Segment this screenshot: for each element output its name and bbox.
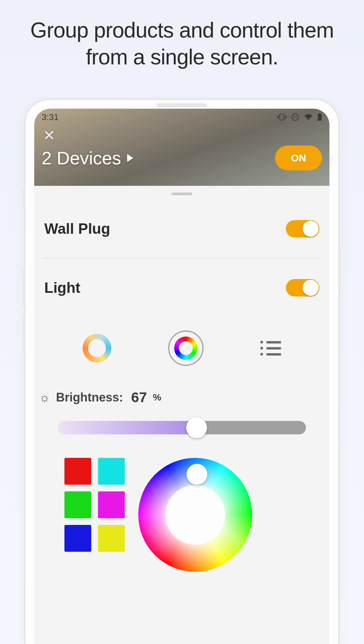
scenes-list-button[interactable] [260,341,281,356]
status-icons [277,113,322,121]
earpiece [157,103,207,107]
svg-rect-7 [318,114,322,121]
brightness-value: 67 [131,389,147,406]
dnd-icon [291,113,299,121]
swatch-green[interactable] [64,491,91,518]
swatch-yellow[interactable] [98,525,125,552]
color-wheel-thumb[interactable] [187,464,207,485]
brightness-icon: ☼ [39,390,50,405]
swatch-cyan[interactable] [98,458,125,485]
wifi-icon [304,114,313,120]
svg-rect-0 [280,114,284,120]
brightness-readout: ☼ Brightness: 67 % [34,376,329,409]
battery-icon [317,113,322,121]
color-section [34,434,329,572]
devices-title-text: 2 Devices [42,148,121,168]
status-time: 3:31 [42,112,59,122]
phone-screen: 3:31 ✕ 2 Devices ON Wal [34,109,329,644]
chevron-right-icon [127,154,133,162]
brightness-unit: % [153,392,161,403]
color-wheel[interactable] [138,458,252,572]
phone-frame: 3:31 ✕ 2 Devices ON Wal [25,100,338,644]
swatch-blue[interactable] [64,525,91,552]
wall-plug-toggle[interactable] [286,220,319,237]
color-wheel-icon [174,336,198,360]
swatch-magenta[interactable] [98,491,125,518]
brightness-label: Brightness: [56,390,123,405]
content-sheet: Wall Plug Light ☼ [34,186,329,644]
power-button [338,244,341,294]
color-swatch-grid [64,458,125,552]
brightness-slider[interactable] [58,421,306,434]
swatch-red[interactable] [64,458,91,485]
volume-down-button [23,314,25,354]
group-on-button[interactable]: ON [275,146,322,170]
close-button[interactable]: ✕ [43,128,55,143]
device-name: Light [44,279,81,296]
device-row-light: Light [34,258,329,317]
slider-thumb[interactable] [186,417,207,438]
promo-headline: Group products and control them from a s… [0,0,364,70]
side-button [23,188,25,207]
color-mode-button[interactable] [168,330,204,366]
volume-up-button [23,267,25,307]
slider-track [58,421,306,434]
app-header: 3:31 ✕ 2 Devices ON [34,109,329,186]
devices-title-button[interactable]: 2 Devices [42,148,133,168]
status-bar: 3:31 [34,109,329,121]
sheet-grabber[interactable] [171,193,192,195]
mode-selector [34,317,329,376]
device-name: Wall Plug [44,220,110,237]
white-mode-button[interactable] [83,334,111,363]
svg-rect-8 [319,113,321,114]
light-toggle[interactable] [286,279,319,297]
vibrate-icon [277,113,287,121]
device-row-wall-plug: Wall Plug [34,199,329,258]
